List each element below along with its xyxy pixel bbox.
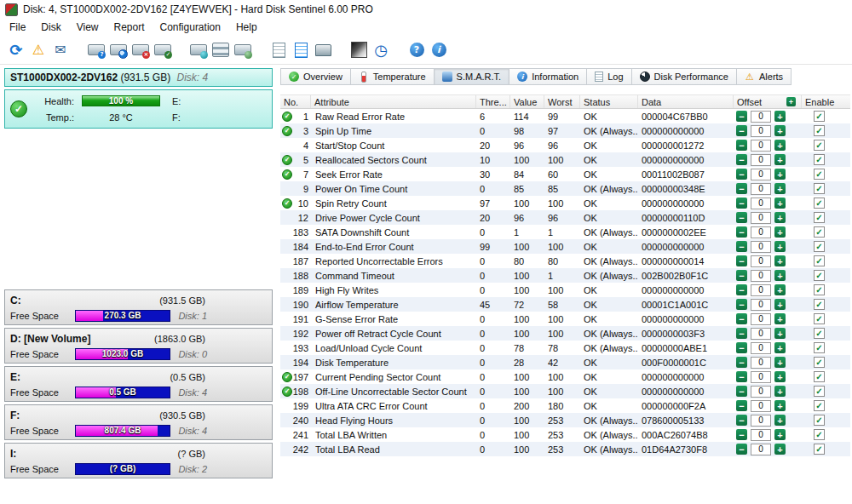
- refresh-icon[interactable]: [5, 39, 27, 61]
- tab-smart[interactable]: S.M.A.R.T.: [435, 68, 510, 85]
- offset-decrease-button[interactable]: [736, 226, 747, 238]
- offset-increase-button[interactable]: [774, 212, 786, 223]
- offset-decrease-button[interactable]: [736, 371, 747, 382]
- enable-checkbox[interactable]: [814, 212, 825, 223]
- tab-information[interactable]: Information: [509, 68, 587, 85]
- column-header-offset[interactable]: Offset: [734, 95, 802, 108]
- offset-value[interactable]: 0: [751, 212, 771, 224]
- enable-checkbox[interactable]: [814, 342, 825, 353]
- enable-checkbox[interactable]: [814, 284, 825, 295]
- offset-value[interactable]: 0: [751, 270, 771, 282]
- column-header-status[interactable]: Status: [580, 95, 638, 108]
- offset-increase-button[interactable]: [774, 241, 786, 252]
- disk-network-icon[interactable]: [187, 39, 210, 61]
- tab-log[interactable]: Log: [587, 68, 631, 85]
- offset-decrease-button[interactable]: [736, 400, 747, 411]
- offset-value[interactable]: 0: [751, 154, 771, 166]
- column-header-worst[interactable]: Worst: [544, 95, 580, 108]
- enable-checkbox[interactable]: [814, 198, 825, 209]
- offset-decrease-button[interactable]: [736, 255, 747, 266]
- enable-checkbox[interactable]: [814, 357, 825, 368]
- offset-decrease-button[interactable]: [736, 444, 747, 455]
- tab-temperature[interactable]: Temperature: [351, 68, 435, 85]
- column-header-value[interactable]: Value: [510, 95, 544, 108]
- partition-item[interactable]: D: [New Volume](1863.0 GB)Free Space1023…: [4, 328, 273, 364]
- access-time-icon[interactable]: [370, 39, 392, 61]
- column-header-no[interactable]: No.: [280, 95, 311, 108]
- column-header-attribute[interactable]: Attribute: [311, 95, 476, 108]
- report-document-icon[interactable]: [268, 39, 290, 61]
- offset-increase-button[interactable]: [774, 357, 786, 368]
- offset-value[interactable]: 0: [751, 169, 771, 180]
- offset-increase-button[interactable]: [774, 169, 786, 180]
- offset-decrease-button[interactable]: [736, 241, 747, 252]
- disk-question-icon[interactable]: [85, 39, 107, 61]
- offset-decrease-button[interactable]: [736, 198, 747, 209]
- offset-decrease-button[interactable]: [736, 140, 747, 151]
- offset-decrease-button[interactable]: [736, 357, 747, 368]
- offset-increase-button[interactable]: [774, 444, 786, 455]
- offset-value[interactable]: 0: [751, 342, 771, 354]
- enable-checkbox[interactable]: [814, 328, 825, 339]
- column-header-enable[interactable]: Enable: [802, 95, 850, 108]
- offset-value[interactable]: 0: [751, 357, 771, 369]
- offset-increase-button[interactable]: [774, 415, 786, 426]
- offset-decrease-button[interactable]: [736, 183, 747, 194]
- offset-value[interactable]: 0: [751, 313, 771, 325]
- tab-performance[interactable]: Disk Performance: [632, 68, 737, 85]
- offset-value[interactable]: 0: [751, 386, 771, 398]
- offset-value[interactable]: 0: [751, 226, 771, 238]
- offset-decrease-button[interactable]: [736, 328, 747, 339]
- report-chart-icon[interactable]: [290, 39, 312, 61]
- partition-item[interactable]: F:(930.5 GB)Free Space807.4 GBDisk: 4: [4, 404, 273, 440]
- offset-decrease-button[interactable]: [736, 342, 747, 353]
- offset-decrease-button[interactable]: [736, 111, 747, 122]
- offset-decrease-button[interactable]: [736, 270, 747, 281]
- disk-globe-icon[interactable]: [232, 39, 254, 61]
- disk-error-icon[interactable]: [130, 39, 152, 61]
- offset-increase-button[interactable]: [774, 154, 786, 165]
- offset-decrease-button[interactable]: [736, 212, 747, 223]
- column-header-threshold[interactable]: Thre...: [476, 95, 510, 108]
- enable-checkbox[interactable]: [814, 241, 825, 252]
- offset-increase-button[interactable]: [774, 429, 786, 440]
- offset-increase-button[interactable]: [774, 371, 786, 382]
- offset-value[interactable]: 0: [751, 241, 771, 253]
- menu-report[interactable]: Report: [106, 20, 152, 34]
- offset-increase-button[interactable]: [774, 342, 786, 353]
- offset-decrease-button[interactable]: [736, 154, 747, 165]
- enable-checkbox[interactable]: [814, 371, 825, 382]
- offset-value[interactable]: 0: [751, 111, 771, 123]
- offset-value[interactable]: 0: [751, 140, 771, 152]
- enable-checkbox[interactable]: [814, 444, 825, 455]
- offset-value[interactable]: 0: [751, 415, 771, 427]
- offset-increase-button[interactable]: [774, 198, 786, 209]
- enable-checkbox[interactable]: [814, 226, 825, 238]
- enable-checkbox[interactable]: [814, 255, 825, 266]
- enable-checkbox[interactable]: [814, 299, 825, 310]
- report-print-icon[interactable]: [312, 39, 334, 61]
- report-mail-icon[interactable]: [49, 39, 72, 61]
- enable-checkbox[interactable]: [814, 270, 825, 281]
- offset-decrease-button[interactable]: [736, 429, 747, 440]
- tab-alerts[interactable]: Alerts: [737, 68, 792, 85]
- offset-increase-button[interactable]: [774, 386, 786, 397]
- menu-configuration[interactable]: Configuration: [153, 20, 228, 34]
- offset-increase-button[interactable]: [774, 140, 786, 151]
- offset-increase-button[interactable]: [774, 183, 786, 194]
- partition-item[interactable]: C:(931.5 GB)Free Space270.3 GBDisk: 1: [4, 289, 273, 325]
- offset-decrease-button[interactable]: [736, 169, 747, 180]
- offset-value[interactable]: 0: [751, 400, 771, 412]
- offset-value[interactable]: 0: [751, 371, 771, 383]
- enable-checkbox[interactable]: [814, 154, 825, 165]
- offset-value[interactable]: 0: [751, 299, 771, 311]
- offset-value[interactable]: 0: [751, 198, 771, 209]
- help-icon[interactable]: [406, 39, 428, 61]
- enable-checkbox[interactable]: [814, 415, 825, 426]
- offset-decrease-button[interactable]: [736, 386, 747, 397]
- offset-increase-button[interactable]: [774, 299, 786, 310]
- surface-test-icon[interactable]: [348, 39, 370, 61]
- offset-decrease-button[interactable]: [736, 125, 747, 136]
- tab-overview[interactable]: Overview: [280, 68, 351, 85]
- offset-value[interactable]: 0: [751, 328, 771, 340]
